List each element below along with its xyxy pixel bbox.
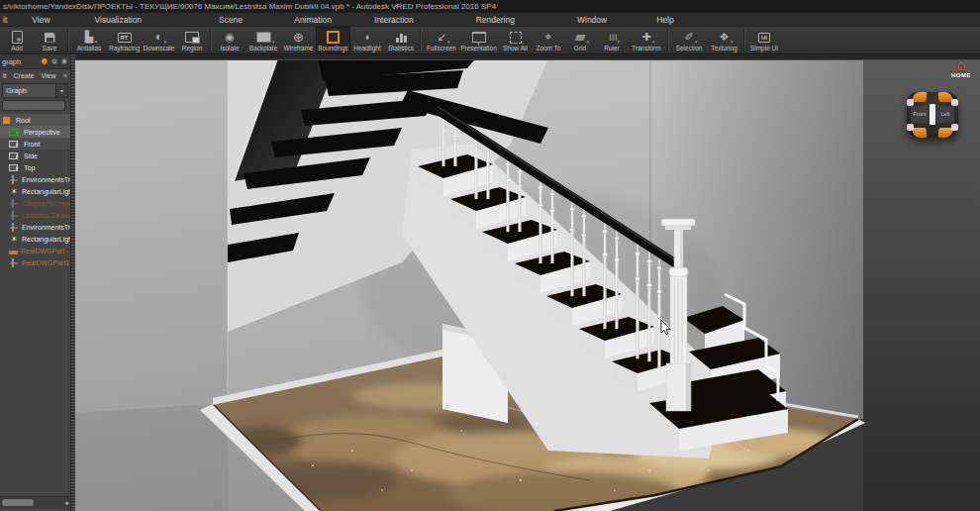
tree-item-lestnitsa-zelenog[interactable]: Lestnitsa Zelenog [0, 209, 70, 221]
panel-pin-button[interactable] [41, 57, 49, 65]
toolbar-button-ruler[interactable]: ☰▾ Ruler [596, 27, 628, 53]
toolbar-button-selection[interactable]: ✐▾ Selection [671, 27, 707, 53]
toolbar-button-wireframe[interactable]: ⊕ Wireframe [281, 27, 316, 53]
scroll-right-arrow[interactable]: ▸ [65, 498, 69, 507]
tree-item-environmentstransform[interactable]: EnvironmentsTran [0, 173, 70, 185]
camera-icon [9, 153, 18, 159]
tree-item-rectangularlight2[interactable]: ☀ RectangularLight [0, 233, 70, 245]
texturing-icon: ❖ [720, 32, 730, 43]
tree-item-root[interactable]: Root [0, 114, 70, 126]
downscale-icon: ◐ [155, 32, 162, 43]
toolbar-button-zoom-to[interactable]: ⌖ Zoom To [533, 27, 564, 53]
menu-window[interactable]: Window [577, 13, 607, 26]
transform-node-icon [9, 199, 19, 208]
view-cube-corner[interactable] [912, 92, 927, 102]
menu-view[interactable]: View [32, 13, 49, 26]
toolbar-button-statistics[interactable]: Statistics [384, 27, 418, 53]
ruler-icon: ☰ [606, 33, 617, 41]
camera-icon [9, 141, 18, 148]
toolbar-separator [743, 30, 745, 51]
viewport-3d[interactable]: ⌂ HOME Front Left [75, 54, 980, 511]
tree-item-side[interactable]: Side [0, 150, 70, 161]
headlight-icon: ◖ [364, 32, 371, 43]
show-all-icon [510, 32, 522, 44]
toolbar-separator [420, 30, 422, 51]
toolbar-button-boundings[interactable]: Boundings [316, 27, 350, 53]
view-cube-edge[interactable] [951, 99, 958, 106]
toolbar-button-show-all[interactable]: Show All [498, 27, 533, 53]
transform-icon: ✚ [641, 32, 650, 43]
toolbar-button-downscale[interactable]: ◐▾ Downscale [142, 27, 176, 53]
toolbar-button-simple-ui[interactable]: UI Simple UI [747, 27, 781, 53]
toolbar-button-headlight[interactable]: ◖ Headlight [350, 27, 384, 53]
scenegraph-menu-view[interactable]: View [42, 72, 56, 79]
view-cube-front-face[interactable]: Front [911, 106, 929, 123]
save-icon [45, 33, 55, 43]
tree-item-rectangularlight[interactable]: ☀ RectangularLight [0, 185, 70, 197]
toolbar-button-grid[interactable]: ▦▾ Grid [564, 27, 596, 53]
toolbar-button-region[interactable]: Region [176, 27, 208, 53]
horizontal-scrollbar[interactable]: ▸ [0, 496, 70, 508]
transform-node-icon [9, 175, 19, 184]
toolbar-button-isolate[interactable]: ◉ Isolate [214, 27, 245, 53]
vred-application-window: s/viktorhome/YandexDisk/ПРОЕКТЫ - ТЕКУЩИ… [0, 0, 980, 511]
render-canvas [75, 54, 980, 511]
tree-item-sborka-lestnitsa[interactable]: СборкаЛестница [0, 197, 70, 209]
tree-item-realdwgpart[interactable]: RealDWGPart - M [0, 245, 70, 256]
toolbar-button-antialias[interactable]: ▙▾ Antialias [71, 27, 107, 53]
tree-item-perspective[interactable]: Perspective [0, 126, 70, 138]
menu-overflow-chevron[interactable]: » [63, 72, 67, 79]
view-cube-edge-highlight[interactable] [930, 104, 935, 125]
region-icon [185, 32, 199, 43]
scenegraph-panel-title: graph [2, 57, 39, 66]
view-cube-edge[interactable] [951, 124, 958, 131]
light-icon: ☀ [9, 235, 19, 244]
grid-icon: ▦ [574, 34, 587, 42]
dwg-part-icon [9, 251, 18, 255]
scenegraph-menu-create[interactable]: Create [14, 72, 35, 79]
menu-scene[interactable]: Scene [219, 13, 243, 26]
scenegraph-menu-edit[interactable]: it [3, 72, 7, 79]
tree-item-front[interactable]: Front [0, 138, 70, 150]
graph-preset-dropdown[interactable]: Graph ▾ [2, 83, 68, 98]
home-button[interactable]: ⌂ HOME [943, 58, 979, 78]
panel-detach-button[interactable]: → [50, 57, 58, 65]
menu-animation[interactable]: Animation [294, 13, 332, 26]
menu-edit[interactable]: it [3, 13, 7, 26]
scrollbar-thumb[interactable] [2, 499, 34, 506]
toolbar-button-raytracing[interactable]: RT Raytracing [107, 27, 142, 53]
antialias-icon: ▙ [85, 32, 93, 43]
menu-help[interactable]: Help [656, 13, 673, 26]
toolbar-button-save[interactable]: Save [34, 27, 65, 53]
home-label: HOME [943, 72, 979, 78]
menu-visualization[interactable]: Visualization [95, 13, 143, 26]
wireframe-icon: ⊕ [293, 32, 304, 43]
view-cube[interactable]: Front Left [906, 91, 959, 139]
isolate-icon: ◉ [225, 32, 235, 43]
scenegraph-tree: Root Perspective Front Side Top Environm… [0, 114, 70, 268]
presentation-icon [472, 32, 486, 43]
toolbar-button-transform[interactable]: ✚▾ Transform [628, 27, 665, 53]
transform-node-icon [9, 211, 19, 220]
tree-item-environmentstransform2[interactable]: EnvironmentsTran [0, 221, 70, 233]
tree-item-realdwgpart1[interactable]: RealDWGPart1 - M [0, 256, 70, 268]
statistics-icon [396, 33, 407, 43]
menu-interaction[interactable]: Interaction [374, 13, 414, 26]
toolbar-button-fullscreen[interactable]: ↙▾ Fullscreen [424, 27, 459, 53]
tree-item-top[interactable]: Top [0, 161, 70, 173]
menu-rendering[interactable]: Rendering [476, 13, 515, 26]
scenegraph-search-input[interactable] [2, 100, 65, 111]
toolbar-button-texturing[interactable]: ❖▾ Texturing [707, 27, 741, 53]
view-cube-edge[interactable] [907, 124, 914, 131]
zoom-to-icon: ⌖ [545, 32, 552, 43]
camera-icon [9, 164, 18, 171]
raytracing-icon: RT [118, 33, 132, 43]
toolbar-button-add[interactable]: Add [0, 27, 34, 53]
toolbar-separator [67, 30, 69, 51]
toolbar-button-presentation[interactable]: Presentation [459, 27, 498, 53]
panel-close-button[interactable]: ✕ [60, 57, 68, 65]
view-cube-left-face[interactable]: Left [936, 106, 954, 123]
toolbar-button-backplate[interactable]: ▾ Backplate [245, 27, 281, 53]
chevron-down-icon[interactable]: ▾ [55, 84, 67, 97]
view-cube-edge[interactable] [907, 99, 914, 106]
